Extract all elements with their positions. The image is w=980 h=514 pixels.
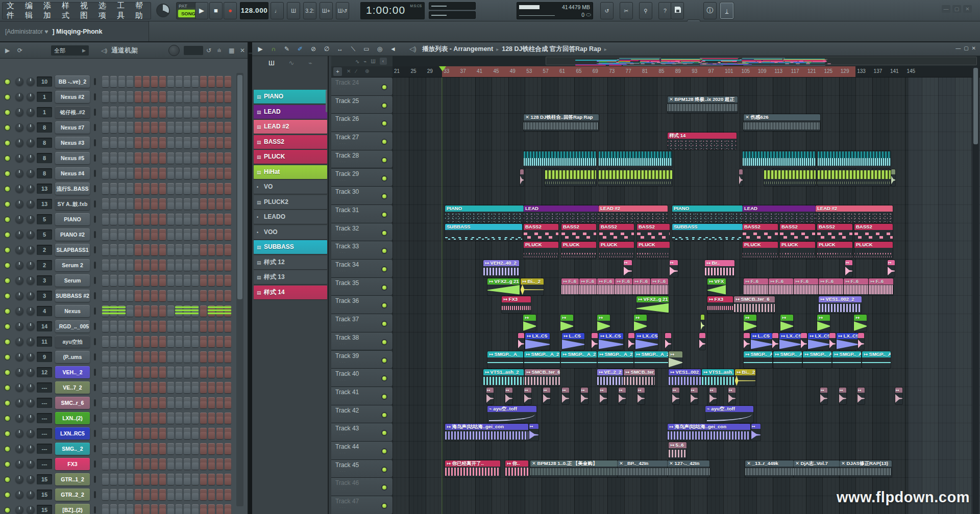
clip-patB[interactable]: BASS2 bbox=[743, 224, 778, 241]
step-cell[interactable] bbox=[184, 91, 190, 102]
clip-pat[interactable]: PIANO bbox=[672, 205, 743, 222]
step-cell[interactable] bbox=[216, 244, 223, 255]
step-cell[interactable] bbox=[176, 137, 182, 148]
step-cell[interactable] bbox=[225, 214, 231, 225]
track-led[interactable] bbox=[382, 121, 386, 125]
volume-knob[interactable] bbox=[27, 200, 35, 208]
clip-autm[interactable]: ⌁ ayu空..toff bbox=[705, 406, 753, 423]
step-cell[interactable] bbox=[192, 76, 199, 87]
pan-knob[interactable] bbox=[15, 307, 23, 315]
channel-name-button[interactable]: 流行S..BASS bbox=[55, 183, 90, 195]
clip-line[interactable]: ↦ SMGP.._A_2 bbox=[744, 351, 772, 368]
step-cell[interactable] bbox=[176, 214, 182, 225]
step-cell[interactable] bbox=[159, 474, 166, 485]
step-cell[interactable] bbox=[127, 443, 133, 454]
clip-voxd[interactable]: ↦ F..6 bbox=[819, 278, 843, 295]
step-cell[interactable] bbox=[102, 122, 109, 133]
pl-playback-icon[interactable]: ◄ bbox=[389, 45, 397, 53]
pl-select-icon[interactable]: ▭ bbox=[362, 45, 371, 53]
step-sequencer[interactable] bbox=[102, 91, 231, 102]
clip-burst[interactable]: ↦ bbox=[857, 388, 865, 404]
step-cell[interactable] bbox=[127, 428, 133, 439]
step-cell[interactable] bbox=[176, 474, 182, 485]
volume-knob[interactable] bbox=[27, 475, 35, 483]
track-led[interactable] bbox=[382, 413, 386, 417]
clip-fall[interactable]: ↦ LX..C5 bbox=[808, 333, 829, 350]
channel-led[interactable] bbox=[5, 202, 10, 207]
clip-spike[interactable]: ↦ Bi.._2 bbox=[735, 369, 755, 386]
clip-burst[interactable]: ↦ bbox=[638, 388, 645, 404]
channel-name-button[interactable]: (P..ums bbox=[55, 351, 90, 363]
collapse-arrow[interactable]: ‹ bbox=[380, 58, 387, 65]
volume-knob[interactable] bbox=[27, 429, 35, 438]
pattern-item[interactable]: ▤LEAD bbox=[254, 105, 327, 119]
step-cell[interactable] bbox=[159, 305, 166, 317]
step-cell[interactable] bbox=[208, 413, 215, 424]
mute-slot[interactable] bbox=[94, 506, 96, 513]
clip-fall[interactable]: ↦ bbox=[854, 315, 867, 331]
step-cell[interactable] bbox=[167, 504, 174, 514]
step-cell[interactable] bbox=[118, 367, 125, 378]
step-cell[interactable] bbox=[200, 275, 207, 286]
channel-led[interactable] bbox=[5, 95, 10, 99]
step-cell[interactable] bbox=[216, 336, 223, 347]
step-sequencer[interactable] bbox=[102, 321, 231, 332]
clip-aud[interactable]: ✕ 128 DJ铁柱合..回答Rap Rap bbox=[524, 114, 599, 131]
mute-slot[interactable] bbox=[94, 93, 96, 100]
step-cell[interactable] bbox=[184, 290, 190, 301]
clip-burst[interactable] bbox=[891, 169, 895, 186]
channel-led[interactable] bbox=[5, 431, 10, 436]
icon-loop-record[interactable]: Ш↺ bbox=[336, 2, 349, 19]
step-cell[interactable] bbox=[176, 107, 182, 118]
step-cell[interactable] bbox=[167, 76, 174, 87]
step-cell[interactable] bbox=[176, 382, 182, 393]
step-cell[interactable] bbox=[225, 504, 231, 514]
volume-knob[interactable] bbox=[27, 230, 35, 239]
step-cell[interactable] bbox=[167, 107, 174, 118]
clip-burst[interactable]: ↦ bbox=[845, 260, 852, 277]
step-cell[interactable] bbox=[192, 183, 199, 194]
pl-paint-icon[interactable]: ✐ bbox=[296, 45, 304, 53]
tab-audio-icon[interactable]: ∿ bbox=[355, 59, 359, 64]
step-cell[interactable] bbox=[143, 321, 150, 332]
clip-burst[interactable] bbox=[699, 333, 705, 350]
tab-piano-roll[interactable]: Ш bbox=[268, 59, 275, 67]
clip-burst[interactable] bbox=[701, 315, 704, 331]
clip-fall[interactable]: ↦ L..C5 bbox=[751, 333, 772, 350]
clip-hatT[interactable] bbox=[524, 151, 596, 168]
step-cell[interactable] bbox=[143, 214, 150, 225]
step-cell[interactable] bbox=[118, 76, 125, 87]
volume-knob[interactable] bbox=[27, 292, 35, 300]
clip-pat[interactable]: 样式 14 bbox=[668, 133, 737, 149]
step-cell[interactable] bbox=[200, 76, 207, 87]
step-cell[interactable] bbox=[118, 290, 125, 301]
step-cell[interactable] bbox=[127, 305, 133, 317]
pan-knob[interactable] bbox=[15, 414, 23, 422]
volume-knob[interactable] bbox=[27, 383, 35, 392]
step-cell[interactable] bbox=[176, 260, 182, 271]
clip-pat[interactable]: LEAD bbox=[524, 205, 599, 222]
step-cell[interactable] bbox=[184, 244, 190, 255]
icon-step-counter[interactable]: 3.2: bbox=[303, 2, 316, 19]
pan-knob[interactable] bbox=[15, 185, 23, 193]
clip-pat2[interactable]: SUBBASS bbox=[672, 224, 743, 241]
step-cell[interactable] bbox=[110, 260, 117, 271]
step-cell[interactable] bbox=[200, 474, 207, 485]
clip-aud[interactable]: ✕ DjA志..Vol.7 bbox=[794, 460, 840, 477]
close-button[interactable]: ✕ bbox=[963, 5, 972, 13]
clip-burst[interactable] bbox=[628, 333, 634, 350]
volume-knob[interactable] bbox=[27, 139, 35, 147]
step-cell[interactable] bbox=[110, 458, 117, 470]
step-cell[interactable] bbox=[118, 397, 125, 408]
pan-knob[interactable] bbox=[15, 460, 23, 468]
pl-magnet-icon[interactable]: ∩ bbox=[270, 45, 278, 53]
step-cell[interactable] bbox=[151, 183, 158, 194]
step-cell[interactable] bbox=[184, 489, 190, 500]
channel-pattern-number[interactable]: 12 bbox=[37, 367, 52, 377]
step-cell[interactable] bbox=[151, 305, 158, 317]
clip-vox[interactable]: ↦ 海鸟声(咕咕海..gei_con bbox=[668, 424, 750, 441]
save-button[interactable] bbox=[671, 2, 684, 19]
step-sequencer[interactable] bbox=[102, 168, 231, 179]
tab-audio[interactable]: ∿ bbox=[289, 59, 295, 67]
step-sequencer[interactable] bbox=[102, 244, 231, 255]
